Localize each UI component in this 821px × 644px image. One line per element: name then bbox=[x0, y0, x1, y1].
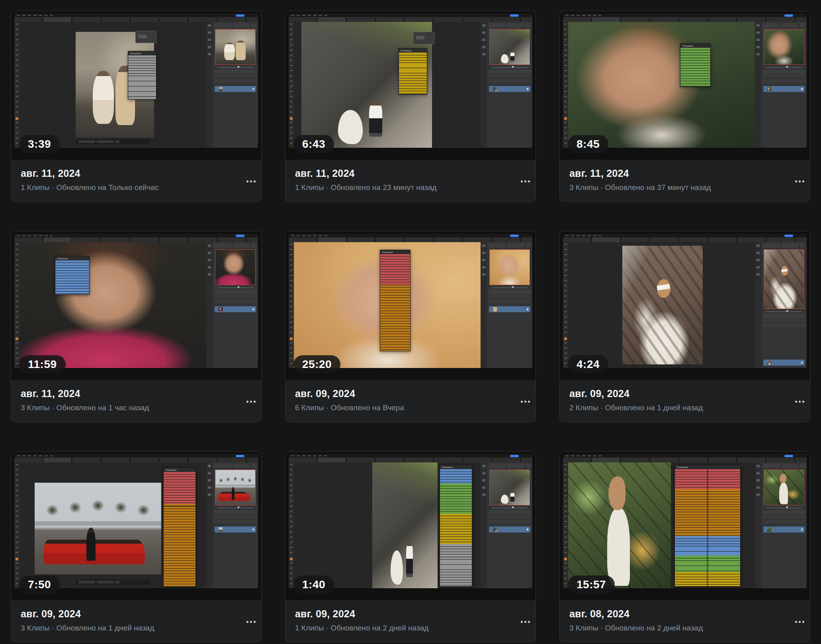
ps-tabbar bbox=[14, 237, 258, 242]
more-options-button[interactable] bbox=[793, 178, 799, 185]
ps-navigator-thumb bbox=[489, 470, 530, 505]
more-options-button[interactable] bbox=[244, 398, 251, 405]
card-date: авг. 11, 2024 bbox=[21, 388, 252, 399]
recording-thumbnail[interactable]: 4:24 bbox=[560, 231, 810, 380]
ps-tabbar bbox=[14, 458, 258, 462]
layers-panel-controls bbox=[489, 74, 531, 85]
recording-card[interactable]: Операции 6:43 bbox=[285, 11, 536, 202]
ps-body: Операции bbox=[14, 22, 258, 148]
ps-canvas: Операции bbox=[20, 22, 206, 148]
actions-rows-orange bbox=[380, 285, 410, 351]
ps-actions-panel: Операции bbox=[55, 256, 89, 295]
recording-card[interactable]: Операции bbox=[559, 451, 810, 642]
recording-card[interactable]: Операции bbox=[285, 451, 536, 642]
ps-tabbar bbox=[563, 237, 807, 242]
recording-card[interactable]: Операции bbox=[11, 11, 262, 202]
more-options-button[interactable] bbox=[518, 178, 525, 185]
ps-navigator-thumb bbox=[764, 29, 804, 65]
actions-panel-title: Операции bbox=[675, 465, 740, 469]
dock-tabs bbox=[489, 243, 531, 248]
ps-canvas: Операции bbox=[294, 22, 481, 148]
share-pill bbox=[510, 455, 519, 457]
photoshop-window: Операции bbox=[14, 14, 258, 148]
layers-panel-header bbox=[763, 314, 805, 318]
recording-thumbnail[interactable]: Операции bbox=[11, 452, 261, 600]
photoshop-window: Операции bbox=[14, 234, 258, 368]
recording-card[interactable]: Операции 11:59 bbox=[11, 231, 262, 422]
card-meta: 1 Клипы · Обновлено на Только сейчас bbox=[21, 183, 252, 192]
dock-tabs bbox=[489, 464, 531, 468]
zoom-slider bbox=[214, 66, 256, 69]
ps-menubar bbox=[14, 454, 258, 458]
recording-card[interactable]: Операции bbox=[285, 231, 536, 422]
card-meta: 3 Клипы · Обновлено на 37 минут назад bbox=[569, 183, 800, 192]
actions-panel-title: Операции bbox=[164, 468, 195, 472]
more-options-button[interactable] bbox=[793, 398, 799, 405]
ps-body: Операции bbox=[563, 462, 807, 588]
card-meta: 1 Клипы · Обновлено на 23 минут назад bbox=[295, 183, 526, 192]
share-pill bbox=[510, 14, 519, 17]
share-pill bbox=[236, 455, 244, 457]
ps-body: Операции bbox=[289, 462, 532, 588]
recording-thumbnail[interactable]: Операции 11:59 bbox=[11, 231, 261, 380]
ps-dock-icons bbox=[481, 462, 487, 588]
ps-canvas: Операции bbox=[568, 462, 755, 588]
card-info: авг. 08, 2024 3 Клипы · Обновлено на 2 д… bbox=[560, 600, 810, 642]
more-options-button[interactable] bbox=[518, 619, 525, 625]
share-pill bbox=[236, 14, 244, 17]
recording-thumbnail[interactable]: Операции bbox=[285, 452, 536, 600]
layers-panel-header bbox=[763, 510, 805, 514]
layers-panel-controls bbox=[214, 515, 256, 525]
ellipsis-icon bbox=[246, 621, 248, 623]
actions-panel-title: Операции bbox=[440, 465, 472, 469]
card-date: авг. 09, 2024 bbox=[21, 608, 252, 620]
photoshop-window bbox=[563, 234, 807, 368]
more-options-button[interactable] bbox=[244, 178, 251, 185]
zoom-slider bbox=[214, 506, 256, 509]
layers-panel-header bbox=[214, 290, 256, 294]
card-date: авг. 11, 2024 bbox=[569, 168, 800, 179]
more-options-button[interactable] bbox=[518, 398, 525, 405]
recording-card[interactable]: Операции bbox=[11, 451, 262, 642]
ps-tabbar bbox=[289, 458, 532, 462]
ps-dock-icons bbox=[481, 242, 487, 368]
ellipsis-icon bbox=[521, 401, 523, 403]
share-pill bbox=[784, 455, 793, 457]
ps-dock-icons bbox=[481, 22, 487, 148]
actions-rows-yellow bbox=[399, 53, 427, 94]
photo-bride-sunglasses bbox=[622, 246, 703, 364]
duration-badge: 25:20 bbox=[293, 355, 340, 374]
photoshop-window: Операции bbox=[563, 14, 807, 148]
zoom-slider bbox=[763, 310, 805, 313]
photo-bride-portrait bbox=[568, 22, 755, 148]
card-date: авг. 08, 2024 bbox=[569, 608, 800, 620]
ps-bottom-toolbar bbox=[76, 139, 151, 144]
selected-layer-row bbox=[489, 527, 530, 532]
duration-badge: 6:43 bbox=[293, 135, 334, 153]
photoshop-window: Операции bbox=[14, 454, 258, 588]
ps-canvas: Операции bbox=[294, 462, 481, 588]
dock-tabs bbox=[763, 23, 805, 27]
zoom-slider bbox=[214, 286, 256, 289]
recording-thumbnail[interactable]: Операции 6:43 bbox=[285, 11, 536, 160]
recording-thumbnail[interactable]: Операции 8:45 bbox=[560, 11, 810, 160]
layers-panel-header bbox=[214, 70, 256, 74]
dock-tabs bbox=[214, 243, 256, 248]
more-options-button[interactable] bbox=[793, 619, 799, 625]
recording-card[interactable]: Операции 8:45 bbox=[559, 11, 810, 202]
recording-thumbnail[interactable]: Операции bbox=[285, 231, 536, 380]
photo-woman-greenhouse bbox=[568, 462, 671, 588]
recording-thumbnail[interactable]: Операции bbox=[11, 11, 261, 160]
ps-menubar bbox=[289, 454, 532, 458]
ps-dock-icons bbox=[755, 242, 761, 368]
ps-menubar bbox=[563, 234, 807, 237]
recording-thumbnail[interactable]: Операции bbox=[560, 452, 810, 600]
ellipsis-icon bbox=[795, 621, 797, 623]
ps-dock-icons bbox=[755, 22, 761, 148]
recording-card[interactable]: 4:24 авг. 09, 2024 2 Клипы · Обновлено н… bbox=[559, 231, 810, 422]
more-options-button[interactable] bbox=[244, 619, 251, 625]
layers-panel-header bbox=[489, 510, 531, 514]
card-info: авг. 11, 2024 1 Клипы · Обновлено на 23 … bbox=[285, 160, 536, 202]
layer-thumb bbox=[493, 527, 497, 532]
photoshop-window: Операции bbox=[563, 454, 807, 588]
